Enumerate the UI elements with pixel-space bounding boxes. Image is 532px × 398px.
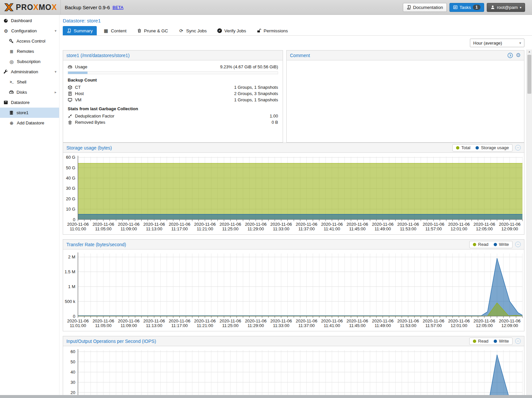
row-label: Host bbox=[75, 91, 84, 96]
tab-content[interactable]: ▦Content bbox=[99, 26, 130, 35]
comment-panel: Comment ⚙ bbox=[286, 50, 524, 143]
backup-count-row: CT1 Groups, 1 Snapshots bbox=[68, 84, 278, 90]
tasks-count-badge: 1 bbox=[473, 5, 480, 10]
documentation-label: Documentation bbox=[413, 5, 443, 10]
chart-title: Transfer Rate (bytes/second) bbox=[66, 242, 126, 247]
legend-item-storage-usage[interactable]: Storage usage bbox=[476, 145, 509, 150]
svg-text:2020-11-06: 2020-11-06 bbox=[92, 318, 114, 323]
svg-text:2020-11-06: 2020-11-06 bbox=[118, 222, 140, 227]
row-value: 2 Groups, 3 Snapshots bbox=[234, 91, 278, 96]
chart-body: 01020304050602020-11-0611:01:002020-11-0… bbox=[63, 346, 524, 398]
user-menu-button[interactable]: root@pam ▾ bbox=[487, 3, 525, 12]
legend-item-write[interactable]: Write bbox=[494, 339, 509, 344]
collapse-panel-icon[interactable]: − bbox=[515, 338, 521, 344]
sidebar-item-access-control[interactable]: Access Control bbox=[0, 36, 59, 46]
svg-text:11:09:00: 11:09:00 bbox=[121, 323, 137, 328]
store1-panel-body: Usage 9.23% (4.67 GiB of 50.56 GiB) Back… bbox=[63, 60, 283, 129]
legend-item-total[interactable]: Total bbox=[456, 145, 470, 150]
tab-summary[interactable]: Summary bbox=[63, 26, 97, 35]
tab-prune-gc[interactable]: Prune & GC bbox=[133, 26, 172, 35]
row-value: 1 Groups, 1 Snapshots bbox=[234, 85, 278, 90]
grid-icon: ▦ bbox=[103, 28, 109, 33]
list-icon: ≣ bbox=[9, 49, 14, 54]
legend-item-write[interactable]: Write bbox=[494, 242, 509, 247]
svg-text:2020-11-06: 2020-11-06 bbox=[346, 318, 368, 323]
app-header: PROXMOX Backup Server 0.9-6 BETA Documen… bbox=[0, 0, 532, 15]
svg-text:11:41:00: 11:41:00 bbox=[324, 226, 340, 231]
svg-text:2020-11-06: 2020-11-06 bbox=[474, 318, 495, 323]
sidebar-item-disks[interactable]: Disks▸ bbox=[0, 87, 59, 97]
tab-permissions[interactable]: Permissions bbox=[253, 26, 292, 35]
svg-text:11:45:00: 11:45:00 bbox=[349, 226, 366, 231]
legend-dot-icon bbox=[473, 243, 476, 246]
svg-text:2020-11-06: 2020-11-06 bbox=[67, 222, 89, 227]
sidebar-item-datastore[interactable]: Datastore bbox=[0, 97, 59, 108]
compress-icon bbox=[68, 114, 72, 118]
row-label: VM bbox=[75, 97, 82, 102]
sidebar-item-subscription[interactable]: ◎Subscription bbox=[0, 56, 59, 67]
svg-text:2020-11-06: 2020-11-06 bbox=[270, 318, 292, 323]
svg-text:11:53:00: 11:53:00 bbox=[400, 226, 416, 231]
tab-verify-jobs[interactable]: ✔Verify Jobs bbox=[213, 26, 250, 35]
svg-text:2020-11-06: 2020-11-06 bbox=[423, 318, 444, 323]
host-icon bbox=[68, 91, 72, 96]
legend-item-read[interactable]: Read bbox=[473, 339, 488, 344]
svg-text:2020-11-06: 2020-11-06 bbox=[372, 318, 394, 323]
collapse-panel-icon[interactable]: − bbox=[515, 145, 521, 150]
svg-text:12:01:00: 12:01:00 bbox=[450, 226, 467, 231]
legend-label: Write bbox=[499, 242, 509, 247]
sidebar-item-configuration[interactable]: ⚙Configuration▾ bbox=[0, 26, 59, 36]
range-select[interactable]: Hour (average) ▾ bbox=[470, 39, 524, 47]
horizontal-scrollbar[interactable] bbox=[0, 395, 532, 398]
svg-text:11:05:00: 11:05:00 bbox=[95, 226, 112, 231]
chart-title: Input/Output Operations per Second (IOPS… bbox=[66, 339, 156, 344]
svg-text:2020-11-06: 2020-11-06 bbox=[474, 222, 495, 227]
gear-icon[interactable]: ⚙ bbox=[516, 52, 521, 58]
sidebar-item-remotes[interactable]: ≣Remotes bbox=[0, 46, 59, 56]
svg-text:11:49:00: 11:49:00 bbox=[374, 226, 391, 231]
tab-sync-jobs[interactable]: ⟳Sync Jobs bbox=[175, 26, 211, 35]
vertical-scrollbar[interactable]: ▲ bbox=[526, 50, 532, 395]
database-icon bbox=[9, 110, 14, 115]
sidebar-item-shell[interactable]: >_Shell bbox=[0, 77, 59, 87]
sidebar-item-label: Remotes bbox=[17, 49, 34, 54]
store1-panel-header: store1 (/mnt/datastores/store1) bbox=[63, 50, 283, 60]
usage-row: Usage 9.23% (4.67 GiB of 50.56 GiB) bbox=[68, 64, 278, 70]
scroll-up-arrow[interactable]: ▲ bbox=[527, 50, 532, 54]
documentation-button[interactable]: Documentation bbox=[403, 3, 447, 12]
usage-label: Usage bbox=[75, 64, 88, 69]
collapse-panel-icon[interactable]: − bbox=[515, 242, 521, 247]
svg-text:2020-11-06: 2020-11-06 bbox=[169, 222, 191, 227]
beta-link[interactable]: BETA bbox=[113, 5, 124, 10]
range-select-value: Hour (average) bbox=[473, 41, 502, 46]
legend-item-read[interactable]: Read bbox=[473, 242, 488, 247]
submit-chevron-circle-icon[interactable] bbox=[507, 52, 513, 58]
tab-label: Verify Jobs bbox=[224, 28, 246, 33]
summary-row: store1 (/mnt/datastores/store1) Usage 9.… bbox=[63, 50, 524, 143]
gc-stats-rows: Deduplication Factor1.00Removed Bytes0 B bbox=[68, 113, 278, 125]
svg-text:2020-11-06: 2020-11-06 bbox=[346, 222, 368, 227]
tasks-button[interactable]: Tasks 1 bbox=[449, 3, 484, 12]
caret-down-icon[interactable]: ▾ bbox=[54, 29, 56, 33]
svg-text:2020-11-06: 2020-11-06 bbox=[321, 318, 343, 323]
scrollbar-thumb[interactable] bbox=[527, 55, 531, 94]
svg-text:11:25:00: 11:25:00 bbox=[222, 323, 239, 328]
user-icon bbox=[490, 5, 495, 10]
page-title: Datastore: store1 bbox=[63, 18, 532, 23]
svg-text:2020-11-06: 2020-11-06 bbox=[245, 318, 267, 323]
tab-bar: Summary▦ContentPrune & GC⟳Sync Jobs✔Veri… bbox=[63, 26, 532, 36]
main-content: Datastore: store1 Summary▦ContentPrune &… bbox=[59, 15, 532, 398]
sidebar-item-add-datastore[interactable]: ⊕Add Datastore bbox=[0, 118, 59, 128]
sidebar-item-label: Add Datastore bbox=[17, 120, 44, 125]
sidebar-item-dashboard[interactable]: Dashboard bbox=[0, 16, 59, 26]
svg-text:12:05:00: 12:05:00 bbox=[476, 226, 493, 231]
sidebar-item-administration[interactable]: Administration▾ bbox=[0, 67, 59, 77]
legend-dot-icon bbox=[494, 340, 497, 343]
book-icon bbox=[67, 28, 71, 33]
svg-text:11:01:00: 11:01:00 bbox=[70, 323, 86, 328]
sidebar-item-store1[interactable]: store1 bbox=[0, 108, 59, 118]
caret-down-icon[interactable]: ▾ bbox=[54, 70, 56, 74]
caret-right-icon[interactable]: ▸ bbox=[54, 90, 56, 94]
comment-panel-tools: ⚙ bbox=[507, 52, 521, 58]
product-subtitle: Backup Server 0.9-6 bbox=[65, 5, 110, 10]
